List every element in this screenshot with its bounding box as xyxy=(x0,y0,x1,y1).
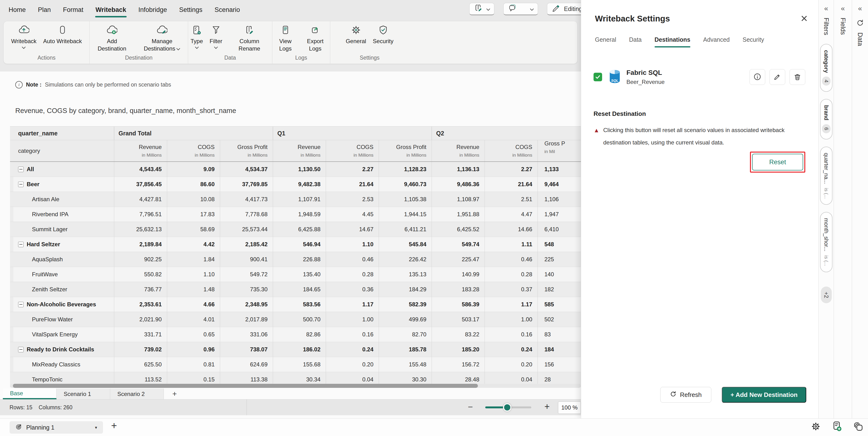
writeback-grid-button[interactable] xyxy=(469,3,494,15)
ribbon-button-security[interactable]: Security xyxy=(370,24,396,45)
value-cell[interactable]: 4.42 xyxy=(167,237,220,252)
value-cell[interactable]: 156.72 xyxy=(432,357,485,372)
value-cell[interactable]: 0.20 xyxy=(485,357,537,372)
zoom-in-button[interactable]: + xyxy=(545,401,550,412)
value-cell[interactable]: 1,136.13 xyxy=(432,162,485,177)
value-cell[interactable]: 2.27 xyxy=(485,162,537,177)
settings-gear-icon[interactable] xyxy=(810,421,821,433)
value-cell[interactable]: 17.83 xyxy=(167,207,220,222)
collapse-icon[interactable] xyxy=(18,167,24,172)
value-cell[interactable]: 735.30 xyxy=(220,282,273,297)
value-cell[interactable]: 155.48 xyxy=(379,357,432,372)
value-cell[interactable]: 738.07 xyxy=(220,342,273,357)
value-cell[interactable]: 135.40 xyxy=(273,267,326,282)
collapse-icon[interactable] xyxy=(18,347,24,352)
filters-pane-title[interactable]: Filters xyxy=(823,18,830,35)
value-cell[interactable]: 1,947 xyxy=(537,207,581,222)
value-cell[interactable]: 0.24 xyxy=(485,342,537,357)
value-cell[interactable]: 1,948.59 xyxy=(273,207,326,222)
value-cell[interactable]: 140.99 xyxy=(432,267,485,282)
panel-tab-data[interactable]: Data xyxy=(629,36,642,48)
row-label-cell[interactable]: PureFlow Water xyxy=(10,312,114,327)
row-label-cell[interactable]: Beer xyxy=(10,177,114,192)
ribbon-button-general[interactable]: General xyxy=(343,24,368,45)
panel-tab-general[interactable]: General xyxy=(595,36,616,48)
value-cell[interactable]: 4.66 xyxy=(167,297,220,312)
value-cell[interactable]: 225 xyxy=(537,252,581,267)
panel-tab-advanced[interactable]: Advanced xyxy=(703,36,730,48)
value-cell[interactable]: 331.71 xyxy=(114,327,167,342)
value-cell[interactable]: 2.27 xyxy=(326,162,379,177)
editing-mode-button[interactable]: Editing xyxy=(547,3,581,15)
value-cell[interactable]: 625.50 xyxy=(114,357,167,372)
value-cell[interactable]: 1.10 xyxy=(167,267,220,282)
row-label-cell[interactable]: VitalSpark Energy xyxy=(10,327,114,342)
value-cell[interactable]: 736.77 xyxy=(114,282,167,297)
value-cell[interactable]: 1,951.88 xyxy=(432,207,485,222)
value-cell[interactable]: 4.01 xyxy=(167,312,220,327)
value-cell[interactable]: 135.13 xyxy=(379,267,432,282)
ribbon-button-export-logs[interactable]: Export Logs xyxy=(301,24,330,53)
value-cell[interactable]: 4.47 xyxy=(485,207,537,222)
value-cell[interactable]: 545.84 xyxy=(379,237,432,252)
value-cell[interactable]: 83 xyxy=(537,327,581,342)
menu-item-home[interactable]: Home xyxy=(8,5,26,14)
panel-tab-security[interactable]: Security xyxy=(743,36,764,48)
row-label-cell[interactable]: AquaSplash xyxy=(10,252,114,267)
value-cell[interactable]: 546.94 xyxy=(273,237,326,252)
ribbon-button-view-logs[interactable]: View Logs xyxy=(272,24,299,53)
row-label-cell[interactable]: All xyxy=(10,162,114,177)
value-cell[interactable]: 0.46 xyxy=(485,252,537,267)
value-cell[interactable]: 4.45 xyxy=(326,207,379,222)
destination-info-button[interactable] xyxy=(749,69,765,85)
value-cell[interactable]: 155.68 xyxy=(273,357,326,372)
value-cell[interactable]: 9,482.38 xyxy=(273,177,326,192)
value-cell[interactable]: 25,573.44 xyxy=(220,222,273,237)
ribbon-button-filter[interactable]: Filter xyxy=(207,24,225,51)
value-cell[interactable]: 1.00 xyxy=(326,312,379,327)
filter-pill-quarter_na[interactable]: quarter_na...is (... xyxy=(820,147,833,205)
value-cell[interactable]: 2.51 xyxy=(485,192,537,207)
value-cell[interactable]: 182 xyxy=(537,282,581,297)
value-cell[interactable]: 4,417.73 xyxy=(220,192,273,207)
value-cell[interactable]: 0.37 xyxy=(485,282,537,297)
value-cell[interactable]: 585 xyxy=(537,297,581,312)
expand-fields-icon[interactable]: « xyxy=(841,5,845,12)
value-cell[interactable]: 1.17 xyxy=(326,297,379,312)
sheet-tab-scenario-2[interactable]: Scenario 2 xyxy=(110,388,164,399)
value-cell[interactable]: 225.47 xyxy=(432,252,485,267)
menu-item-infobridge[interactable]: Infobridge xyxy=(138,5,167,14)
value-cell[interactable]: 9.09 xyxy=(167,162,220,177)
menu-item-format[interactable]: Format xyxy=(62,5,84,14)
value-cell[interactable]: 739.02 xyxy=(114,342,167,357)
filter-pill-brand[interactable]: brand6 xyxy=(820,99,833,139)
value-cell[interactable]: 583.56 xyxy=(273,297,326,312)
value-cell[interactable]: 14.67 xyxy=(326,222,379,237)
collapse-icon[interactable] xyxy=(18,182,24,187)
value-cell[interactable]: 0.81 xyxy=(167,357,220,372)
new-report-page-icon[interactable] xyxy=(831,421,843,433)
ribbon-button-column-rename[interactable]: Column Rename xyxy=(226,24,272,53)
add-scenario-tab-button[interactable]: + xyxy=(164,388,185,399)
destination-checkbox[interactable] xyxy=(593,73,602,81)
value-cell[interactable]: 0.28 xyxy=(485,267,537,282)
value-cell[interactable]: 1,128.23 xyxy=(379,162,432,177)
ribbon-button-manage-destinations[interactable]: Manage Destinations xyxy=(136,24,188,53)
value-cell[interactable]: 1,107.91 xyxy=(273,192,326,207)
value-cell[interactable]: 186.02 xyxy=(273,342,326,357)
value-cell[interactable]: 2,189.84 xyxy=(114,237,167,252)
value-cell[interactable]: 140 xyxy=(537,267,581,282)
value-cell[interactable]: 9,486.36 xyxy=(432,177,485,192)
value-cell[interactable]: 1.10 xyxy=(326,237,379,252)
value-cell[interactable]: 1.48 xyxy=(167,282,220,297)
value-cell[interactable]: 0.65 xyxy=(167,327,220,342)
value-cell[interactable]: 4,534.37 xyxy=(220,162,273,177)
value-cell[interactable]: 14.66 xyxy=(485,222,537,237)
value-cell[interactable]: 1.00 xyxy=(485,312,537,327)
value-cell[interactable]: 10.08 xyxy=(167,192,220,207)
value-cell[interactable]: 1,105.38 xyxy=(379,192,432,207)
value-cell[interactable]: 6,425.52 xyxy=(432,222,485,237)
menu-item-scenario[interactable]: Scenario xyxy=(214,5,241,14)
panel-tab-destinations[interactable]: Destinations xyxy=(655,36,690,48)
expand-filters-icon[interactable]: « xyxy=(824,5,828,12)
